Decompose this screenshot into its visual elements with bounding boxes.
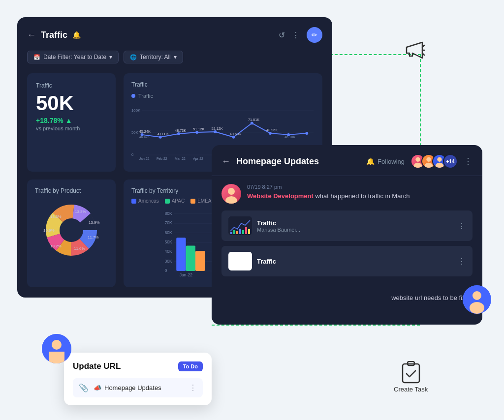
task-title: Update URL <box>73 361 121 371</box>
metric-value: 50K <box>36 93 107 114</box>
message-text: Website Development what happened to tra… <box>247 192 472 201</box>
shared-more-2[interactable]: ⋮ <box>458 257 466 266</box>
announcement-icon: 📣 <box>94 384 101 391</box>
date-filter-label: Date Filter: Year to Date <box>43 54 106 60</box>
metric-change-sub: vs previous month <box>36 125 107 131</box>
territory-filter[interactable]: 🌐 Territory: All ▾ <box>124 51 183 63</box>
svg-text:52.12K: 52.12K <box>212 126 223 131</box>
megaphone-icon <box>404 39 425 63</box>
legend-label: Traffic <box>138 93 153 99</box>
chevron-down-icon-2: ▾ <box>174 54 177 60</box>
territory-filter-label: Territory: All <box>140 54 171 60</box>
edit-button[interactable]: ✏ <box>307 27 322 43</box>
task-header: Update URL To Do <box>73 361 203 371</box>
svg-text:50K: 50K <box>131 130 139 135</box>
legend-apac: APAC <box>165 198 185 204</box>
pie-chart-card: Traffic by Product 13.3% 13.9% 11.7% 11.… <box>27 180 116 287</box>
svg-text:48.73K: 48.73K <box>175 128 186 133</box>
svg-text:13.9%: 13.9% <box>89 220 100 225</box>
svg-text:48.96K: 48.96K <box>266 128 278 132</box>
chart-legend: Traffic <box>131 93 315 99</box>
chevron-down-icon: ▾ <box>109 54 112 60</box>
svg-text:51.12K: 51.12K <box>193 127 204 131</box>
shared-more-1[interactable]: ⋮ <box>458 221 466 231</box>
create-task-label: Create Task <box>394 386 428 393</box>
svg-text:100K: 100K <box>131 108 141 113</box>
task-item: 📎 📣 Homepage Updates ⋮ <box>73 378 203 397</box>
notification-bell-icon[interactable]: 🔔 <box>72 31 81 39</box>
svg-point-91 <box>414 163 422 168</box>
change-value: +18.78% <box>36 117 63 124</box>
chat-header: ← Homepage Updates 🔔 Following +14 ⋮ <box>212 145 482 176</box>
svg-text:60K: 60K <box>165 230 173 235</box>
user-avatar-left <box>42 334 71 363</box>
svg-point-92 <box>426 157 431 162</box>
legend-americas: Americas <box>131 198 159 204</box>
svg-point-95 <box>436 163 444 168</box>
shared-sub-1: Marissa Baumei... <box>257 227 453 233</box>
message-meta: 07/19 8:27 pm <box>247 184 472 190</box>
svg-text:19.2%: 19.2% <box>50 244 62 248</box>
svg-text:30K: 30K <box>165 259 173 264</box>
task-item-more-icon[interactable]: ⋮ <box>189 383 197 392</box>
traffic-metric-card: Traffic 50K +18.78% ▲ vs previous month <box>27 73 116 172</box>
chat-more-icon[interactable]: ⋮ <box>464 156 472 167</box>
svg-text:80K: 80K <box>165 211 173 216</box>
svg-text:41.00K: 41.00K <box>158 132 169 136</box>
svg-point-28 <box>305 132 308 135</box>
svg-text:Mar-22: Mar-22 <box>175 157 186 160</box>
svg-point-11 <box>472 291 481 300</box>
svg-text:40.69K: 40.69K <box>230 132 241 136</box>
panel-header-right: ↺ ⋮ ✏ <box>279 27 322 43</box>
task-panel: Update URL To Do 📎 📣 Homepage Updates ⋮ <box>64 353 212 405</box>
pie-chart-title: Traffic by Product <box>35 187 108 194</box>
filters-row: 📅 Date Filter: Year to Date ▾ 🌐 Territor… <box>27 51 322 63</box>
svg-text:46.47K: 46.47K <box>139 135 150 139</box>
clipboard-icon <box>401 361 421 384</box>
svg-text:Jan-22: Jan-22 <box>139 157 150 160</box>
legend-color-apac <box>165 199 170 204</box>
chat-panel: ← Homepage Updates 🔔 Following +14 ⋮ <box>212 145 482 325</box>
task-item-label: 📣 Homepage Updates <box>94 384 184 391</box>
svg-rect-101 <box>230 232 232 234</box>
shared-name-2: Traffic <box>257 258 453 265</box>
svg-text:50K: 50K <box>165 240 173 244</box>
svg-rect-104 <box>239 229 241 234</box>
chat-back-button[interactable]: ← <box>221 156 230 167</box>
svg-text:46.10K: 46.10K <box>284 135 295 139</box>
legend-emea: EMEA <box>190 198 211 204</box>
reply-text: website url needs to be fixed <box>391 294 472 301</box>
shared-info-1: Traffic Marissa Baumei... <box>257 219 453 233</box>
shared-item-1: Traffic Marissa Baumei... ⋮ <box>221 210 472 241</box>
svg-rect-103 <box>236 231 238 234</box>
calendar-icon: 📅 <box>33 54 40 60</box>
chat-header-left: ← Homepage Updates <box>221 156 319 167</box>
legend-color-americas <box>131 199 136 204</box>
more-options-icon[interactable]: ⋮ <box>292 30 300 40</box>
message-avatar <box>221 184 241 204</box>
legend-color-emea <box>190 199 195 204</box>
svg-text:11.6%: 11.6% <box>74 246 85 251</box>
task-item-name-text: Homepage Updates <box>104 384 161 391</box>
svg-text:13.3%: 13.3% <box>75 210 86 214</box>
svg-text:71.81K: 71.81K <box>248 118 259 122</box>
refresh-icon[interactable]: ↺ <box>279 30 285 40</box>
metric-change: +18.78% ▲ <box>36 117 107 124</box>
svg-text:0: 0 <box>131 152 134 157</box>
following-button[interactable]: 🔔 Following <box>366 157 405 165</box>
reply-message: website url needs to be fixed <box>212 289 482 306</box>
svg-point-7 <box>52 340 62 350</box>
svg-rect-79 <box>186 245 195 271</box>
legend-label-apac: APAC <box>172 198 185 204</box>
back-button[interactable]: ← <box>27 30 36 40</box>
task-status-badge: To Do <box>178 361 203 371</box>
message-body: what happened to traffic in March <box>315 192 410 200</box>
connector-line-h2 <box>212 325 420 326</box>
avatars-row: +14 <box>410 154 458 169</box>
avatar-count: +14 <box>443 154 458 169</box>
svg-rect-105 <box>242 230 244 234</box>
svg-marker-0 <box>407 42 422 58</box>
date-filter[interactable]: 📅 Date Filter: Year to Date ▾ <box>27 51 119 63</box>
panel-header-left: ← Traffic 🔔 <box>27 30 81 40</box>
svg-point-12 <box>470 302 484 314</box>
